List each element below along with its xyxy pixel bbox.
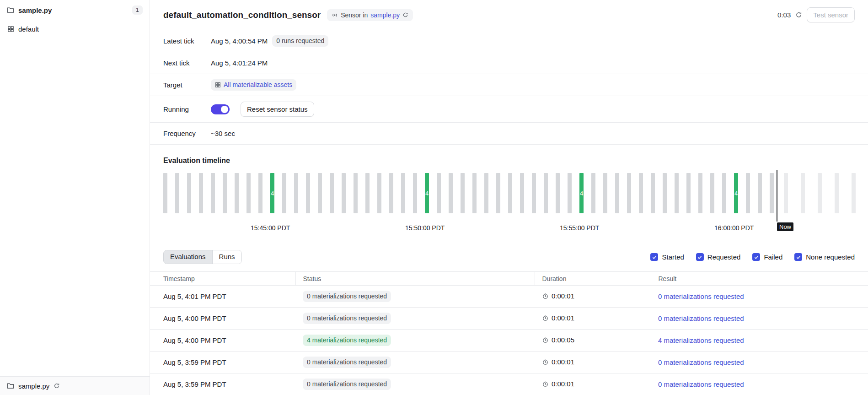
target-asset-link[interactable]: All materializable assets (211, 79, 296, 91)
result-link[interactable]: 0 materializations requested (658, 358, 744, 366)
filter-none-requested[interactable]: None requested (794, 253, 855, 261)
timeline-tick[interactable] (199, 173, 203, 213)
timeline-chart: 4444 Now (163, 170, 855, 222)
filter-requested[interactable]: Requested (696, 253, 741, 261)
timeline-axis: 15:45:00 PDT15:50:00 PDT15:55:00 PDT16:0… (163, 222, 855, 232)
timeline-tick[interactable] (175, 173, 179, 213)
timeline-tick[interactable] (686, 173, 691, 213)
timeline-tick[interactable] (496, 173, 500, 213)
filter-failed[interactable]: Failed (752, 253, 782, 261)
timeline-tick[interactable] (520, 173, 524, 213)
timeline-tick[interactable] (187, 173, 191, 213)
timeline-tick[interactable] (282, 173, 286, 213)
timeline-tick[interactable] (556, 173, 560, 213)
timeline-tick[interactable] (746, 173, 750, 213)
timeline-tick[interactable] (401, 173, 405, 213)
col-header-timestamp: Timestamp (150, 272, 295, 286)
timeline-tick[interactable] (591, 173, 595, 213)
timeline-tick[interactable] (603, 173, 607, 213)
filter-label: None requested (806, 253, 855, 261)
timeline-tick[interactable] (235, 173, 239, 213)
timeline-tick[interactable] (389, 173, 393, 213)
result-link[interactable]: 4 materializations requested (658, 336, 744, 344)
running-row: Running Reset sensor status (150, 96, 868, 123)
evaluation-timeline-title: Evaluation timeline (163, 157, 855, 165)
timeline-tick-requested[interactable]: 4 (579, 173, 584, 213)
timeline-tick[interactable] (223, 173, 227, 213)
result-link[interactable]: 0 materializations requested (658, 380, 744, 388)
timeline-tick[interactable] (651, 173, 655, 213)
timeline-tick[interactable] (413, 173, 417, 213)
timeline-tick[interactable] (365, 173, 370, 213)
timeline-tick-requested[interactable]: 4 (734, 173, 738, 213)
filter-label: Failed (764, 253, 782, 261)
timeline-tick[interactable] (318, 173, 322, 213)
timeline-tick[interactable] (472, 173, 477, 213)
sidebar-footer[interactable]: sample.py (0, 376, 150, 395)
timeline-tick[interactable] (330, 173, 334, 213)
timeline-axis-label: 15:55:00 PDT (560, 224, 599, 232)
refresh-icon[interactable] (795, 11, 802, 18)
timeline-tick[interactable] (163, 173, 167, 213)
timeline-tick[interactable] (663, 173, 667, 213)
timeline-tick-requested[interactable]: 4 (425, 173, 429, 213)
timeline-tick[interactable] (294, 173, 298, 213)
target-label: Target (163, 81, 211, 89)
checkbox-checked-icon (696, 253, 704, 261)
stopwatch-icon (542, 380, 549, 387)
timeline-tick[interactable] (758, 173, 762, 213)
filter-started[interactable]: Started (650, 253, 684, 261)
evaluation-duration: 0:00:01 (552, 314, 574, 322)
timeline-tick[interactable] (377, 173, 381, 213)
timeline-tick[interactable] (722, 173, 726, 213)
sidebar-file-item[interactable]: sample.py 1 (0, 0, 150, 20)
timeline-tick[interactable] (639, 173, 643, 213)
reload-icon[interactable] (54, 383, 60, 389)
test-sensor-button[interactable]: Test sensor (807, 7, 855, 22)
table-header-row: Timestamp Status Duration Result (150, 272, 868, 286)
tab-evaluations[interactable]: Evaluations (164, 250, 212, 264)
timeline-tick[interactable] (258, 173, 263, 213)
sidebar-item-default-group[interactable]: default (0, 20, 150, 38)
timeline-tick[interactable] (342, 173, 346, 213)
reload-icon[interactable] (402, 12, 408, 18)
timeline-tick-requested[interactable]: 4 (270, 173, 274, 213)
timeline-tick[interactable] (770, 173, 774, 213)
target-link-text[interactable]: All materializable assets (224, 81, 292, 89)
timeline-tick[interactable] (484, 173, 488, 213)
timeline-tick[interactable] (306, 173, 310, 213)
page-header: default_automation_condition_sensor Sens… (150, 0, 868, 30)
timeline-tick[interactable] (698, 173, 702, 213)
timeline-tick[interactable] (211, 173, 215, 213)
timeline-tick[interactable] (449, 173, 453, 213)
timeline-tick[interactable] (675, 173, 679, 213)
timeline-tick[interactable] (246, 173, 251, 213)
timeline-tick[interactable] (354, 173, 358, 213)
timeline-tick[interactable] (544, 173, 548, 213)
result-link[interactable]: 0 materializations requested (658, 292, 744, 300)
timeline-tick[interactable] (508, 173, 512, 213)
frequency-value: ~30 sec (211, 130, 235, 137)
sensor-file-link[interactable]: sample.py (370, 11, 400, 19)
timeline-tick[interactable] (615, 173, 619, 213)
result-link[interactable]: 0 materializations requested (658, 314, 744, 322)
evaluation-timestamp: Aug 5, 3:59 PM PDT (163, 380, 226, 388)
evaluation-timeline: 4444 Now 15:45:00 PDT15:50:00 PDT15:55:0… (163, 170, 855, 232)
timeline-tick[interactable] (532, 173, 536, 213)
timeline-tick[interactable] (461, 173, 465, 213)
evaluation-row: Aug 5, 3:59 PM PDT0 materializations req… (150, 373, 868, 395)
running-toggle[interactable] (211, 104, 230, 114)
timeline-tick[interactable] (710, 173, 714, 213)
timeline-tick[interactable] (568, 173, 572, 213)
next-tick-label: Next tick (163, 59, 211, 67)
evaluation-timestamp: Aug 5, 4:00 PM PDT (163, 336, 226, 344)
tab-runs[interactable]: Runs (212, 250, 241, 264)
reset-sensor-status-button[interactable]: Reset sensor status (241, 102, 314, 117)
timeline-tick-future (818, 173, 822, 213)
now-line (777, 170, 777, 222)
asset-grid-icon (215, 82, 221, 88)
timeline-tick[interactable] (627, 173, 631, 213)
timeline-tick[interactable] (437, 173, 441, 213)
evaluations-table: Timestamp Status Duration Result Aug 5, … (150, 271, 868, 395)
evaluation-row: Aug 5, 3:59 PM PDT0 materializations req… (150, 352, 868, 373)
